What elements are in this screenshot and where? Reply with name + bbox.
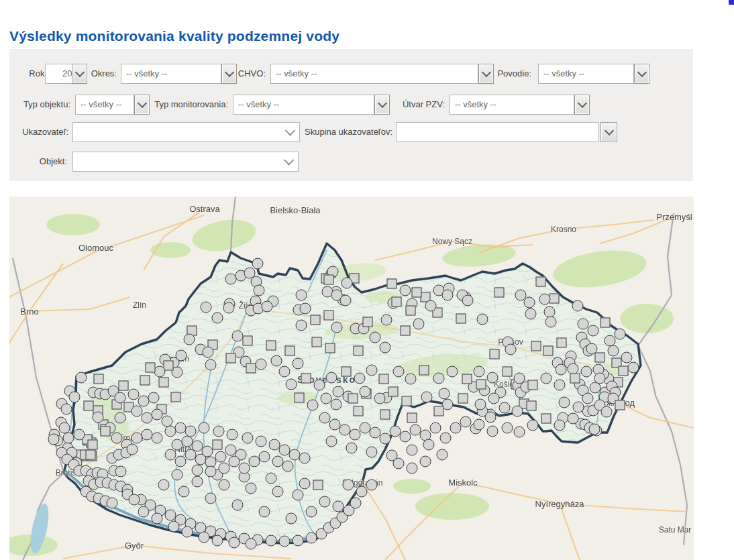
typ-objektu-select[interactable]: -- všetky -- [75, 95, 134, 115]
monitoring-point[interactable] [324, 311, 334, 321]
monitoring-point[interactable] [475, 399, 486, 410]
monitoring-point[interactable] [225, 274, 237, 285]
monitoring-point[interactable] [343, 480, 354, 491]
monitoring-point[interactable] [227, 429, 238, 441]
monitoring-point[interactable] [363, 317, 373, 327]
monitoring-point[interactable] [541, 373, 552, 384]
monitoring-point[interactable] [74, 429, 85, 441]
monitoring-point[interactable] [293, 535, 304, 547]
monitoring-point[interactable] [407, 445, 418, 456]
monitoring-point[interactable] [442, 290, 454, 301]
monitoring-point[interactable] [433, 373, 445, 384]
monitoring-point[interactable] [487, 372, 499, 384]
monitoring-point[interactable] [354, 406, 364, 416]
monitoring-point[interactable] [348, 394, 358, 404]
povodie-select[interactable]: -- všetky -- [538, 64, 634, 84]
monitoring-point[interactable] [101, 427, 111, 437]
monitoring-point[interactable] [380, 410, 390, 420]
monitoring-point[interactable] [458, 394, 468, 404]
monitoring-point[interactable] [321, 393, 332, 404]
monitoring-point[interactable] [306, 506, 317, 518]
monitoring-point[interactable] [256, 359, 267, 370]
monitoring-point[interactable] [405, 374, 417, 385]
monitoring-point[interactable] [115, 392, 126, 404]
monitoring-point[interactable] [279, 536, 291, 547]
povodie-dropdown-button[interactable] [634, 64, 649, 84]
monitoring-point[interactable] [243, 336, 253, 346]
monitoring-point[interactable] [350, 429, 361, 441]
monitoring-point[interactable] [476, 380, 486, 390]
monitoring-point[interactable] [601, 406, 613, 418]
monitoring-point[interactable] [628, 362, 639, 374]
monitoring-point[interactable] [192, 465, 203, 476]
monitoring-point[interactable] [605, 335, 616, 347]
monitoring-point[interactable] [333, 386, 344, 398]
monitoring-point[interactable] [434, 406, 444, 416]
monitoring-point[interactable] [331, 399, 342, 410]
monitoring-point[interactable] [178, 486, 190, 498]
monitoring-point[interactable] [474, 419, 485, 431]
monitoring-point[interactable] [69, 392, 81, 403]
monitoring-point[interactable] [621, 352, 633, 363]
monitoring-point[interactable] [232, 331, 244, 342]
monitoring-point[interactable] [111, 433, 123, 444]
monitoring-point[interactable] [256, 436, 267, 447]
monitoring-point[interactable] [107, 498, 118, 509]
monitoring-point[interactable] [314, 380, 325, 391]
monitoring-point[interactable] [545, 317, 557, 328]
monitoring-point[interactable] [440, 433, 452, 444]
monitoring-point[interactable] [380, 342, 391, 353]
okres-select[interactable]: -- všetky -- [121, 64, 221, 84]
monitoring-point[interactable] [595, 353, 605, 363]
monitoring-point[interactable] [342, 278, 353, 289]
monitoring-point[interactable] [528, 380, 538, 390]
monitoring-point[interactable] [589, 424, 600, 435]
monitoring-point[interactable] [93, 412, 104, 423]
monitoring-point[interactable] [295, 393, 305, 403]
monitoring-point[interactable] [184, 334, 195, 345]
monitoring-point[interactable] [239, 463, 250, 474]
monitoring-point[interactable] [331, 322, 343, 333]
monitoring-point[interactable] [128, 389, 140, 400]
monitoring-point[interactable] [299, 478, 311, 490]
monitoring-point[interactable] [119, 381, 129, 391]
monitoring-point[interactable] [311, 315, 321, 325]
monitoring-point[interactable] [199, 532, 210, 543]
monitoring-point[interactable] [242, 433, 254, 444]
monitoring-point[interactable] [401, 326, 411, 336]
monitoring-point[interactable] [381, 315, 392, 326]
objekt-select[interactable] [72, 152, 299, 172]
monitoring-point[interactable] [325, 343, 335, 353]
monitoring-point[interactable] [259, 451, 270, 463]
monitoring-point[interactable] [514, 427, 525, 438]
monitoring-point[interactable] [402, 396, 412, 406]
monitoring-point[interactable] [203, 347, 214, 358]
monitoring-point[interactable] [421, 392, 433, 403]
monitoring-point[interactable] [246, 483, 257, 494]
ukazovatel-select[interactable] [72, 122, 300, 142]
monitoring-point[interactable] [299, 453, 311, 464]
monitoring-point[interactable] [175, 456, 187, 467]
monitoring-point[interactable] [360, 386, 371, 398]
map[interactable]: OstravaBielsko-BiałaPrzemyślKrosnoNowy S… [9, 197, 694, 560]
typ-monitorovania-select[interactable]: -- všetky -- [233, 95, 374, 115]
monitoring-point[interactable] [115, 466, 127, 478]
monitoring-point[interactable] [527, 401, 537, 411]
typ-monitorovania-dropdown-button[interactable] [374, 95, 390, 115]
monitoring-point[interactable] [266, 473, 277, 484]
monitoring-point[interactable] [407, 413, 417, 423]
monitoring-point[interactable] [512, 406, 523, 417]
monitoring-point[interactable] [366, 480, 378, 491]
monitoring-point[interactable] [539, 294, 551, 305]
monitoring-point[interactable] [185, 426, 197, 437]
monitoring-point[interactable] [296, 320, 307, 331]
monitoring-point[interactable] [340, 295, 352, 306]
monitoring-point[interactable] [76, 372, 87, 384]
monitoring-point[interactable] [293, 358, 304, 370]
monitoring-point[interactable] [557, 338, 567, 348]
monitoring-point[interactable] [252, 258, 264, 270]
monitoring-point[interactable] [366, 365, 378, 376]
monitoring-point[interactable] [229, 456, 240, 467]
monitoring-point[interactable] [86, 450, 96, 460]
utvar-pzv-dropdown-button[interactable] [574, 95, 590, 115]
